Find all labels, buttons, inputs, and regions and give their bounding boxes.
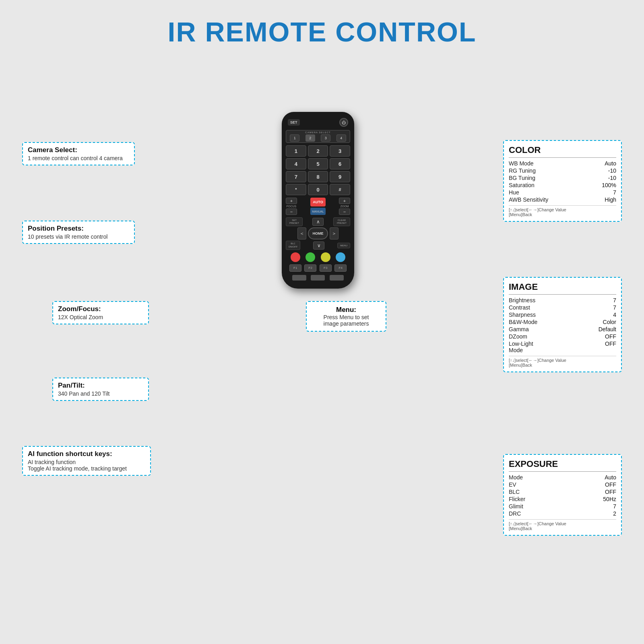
color-awb-key: AWB Sensitivity bbox=[509, 196, 548, 203]
ai-function-annotation: AI function shortcut keys: AI tracking f… bbox=[22, 446, 151, 476]
num-3[interactable]: 3 bbox=[330, 145, 350, 157]
image-row-lowlight: Low-LightMode OFF bbox=[509, 341, 616, 353]
cam-btn-3[interactable]: 3 bbox=[321, 134, 330, 142]
cam-btn-4[interactable]: 4 bbox=[336, 134, 346, 142]
image-contrast-val: 7 bbox=[613, 304, 616, 311]
exposure-blc-key: BLC bbox=[509, 489, 520, 495]
fn-btn-4[interactable]: F4 bbox=[334, 264, 347, 272]
exposure-row-blc: BLC OFF bbox=[509, 489, 616, 495]
menu-button-small[interactable]: MENU bbox=[337, 243, 350, 248]
nav-right-button[interactable]: ＞ bbox=[330, 227, 339, 239]
position-presets-annotation: Position Presets: 10 presets via IR remo… bbox=[22, 221, 135, 244]
auto-manual-group: AUTO MANUAL bbox=[310, 198, 326, 215]
num-0[interactable]: 0 bbox=[308, 184, 328, 195]
clear-preset-button[interactable]: CLEARPRESET bbox=[333, 217, 350, 226]
remote-control: SET ⏻ CAMERA SELECT 1 2 3 4 1 2 3 4 5 6 … bbox=[282, 112, 354, 289]
power-button[interactable]: ⏻ bbox=[339, 118, 348, 127]
power-icon: ⏻ bbox=[342, 120, 346, 125]
image-contrast-key: Contrast bbox=[509, 304, 530, 311]
pan-tilt-annotation: Pan/Tilt: 340 Pan and 120 Tilt bbox=[52, 378, 149, 401]
exposure-panel-title: EXPOSURE bbox=[509, 459, 616, 472]
exposure-row-glimit: Glimit 7 bbox=[509, 503, 616, 510]
exposure-row-flicker: Flicker 50Hz bbox=[509, 496, 616, 502]
color-hue-key: Hue bbox=[509, 189, 519, 196]
num-9[interactable]: 9 bbox=[330, 171, 350, 182]
blc-button[interactable]: BLCON/OFF bbox=[286, 241, 300, 250]
manual-button[interactable]: MANUAL bbox=[310, 208, 326, 215]
image-row-dzoom: DZoom OFF bbox=[509, 333, 616, 340]
color-row-rg-tuning: RG Tuning -10 bbox=[509, 167, 616, 174]
nav-bottom-row: BLCON/OFF ∨ MENU bbox=[286, 241, 350, 250]
exposure-ev-key: EV bbox=[509, 481, 516, 488]
color-rg-tuning-val: -10 bbox=[608, 167, 616, 174]
grey-btn-1[interactable] bbox=[292, 275, 306, 281]
remote-top-row: SET ⏻ bbox=[286, 118, 350, 127]
focus-plus[interactable]: + bbox=[286, 198, 297, 204]
exposure-blc-val: OFF bbox=[605, 489, 616, 495]
camera-select-title: Camera Select: bbox=[28, 146, 129, 154]
color-bg-tuning-key: BG Tuning bbox=[509, 175, 535, 181]
fn-btn-1[interactable]: F1 bbox=[289, 264, 301, 272]
color-panel: COLOR WB Mode Auto RG Tuning -10 BG Tuni… bbox=[503, 140, 622, 222]
grey-btn-2[interactable] bbox=[311, 275, 325, 281]
color-row-bg-tuning: BG Tuning -10 bbox=[509, 175, 616, 181]
cam-btn-2[interactable]: 2 bbox=[305, 134, 315, 142]
fn-btn-2[interactable]: F2 bbox=[304, 264, 316, 272]
color-wb-mode-val: Auto bbox=[605, 160, 616, 167]
zoom-group: + ZOOM − bbox=[339, 198, 350, 215]
auto-button[interactable]: AUTO bbox=[310, 198, 326, 206]
num-1[interactable]: 1 bbox=[286, 145, 306, 157]
nav-middle-row: ＜ HOME ＞ bbox=[286, 227, 350, 239]
cam-btn-1[interactable]: 1 bbox=[290, 134, 299, 142]
image-row-bwmode: B&W-Mode Color bbox=[509, 319, 616, 325]
exposure-flicker-key: Flicker bbox=[509, 496, 525, 502]
image-dzoom-key: DZoom bbox=[509, 333, 527, 340]
nav-down-button[interactable]: ∨ bbox=[313, 242, 324, 250]
nav-left-button[interactable]: ＜ bbox=[297, 227, 306, 239]
num-4[interactable]: 4 bbox=[286, 158, 306, 169]
num-5[interactable]: 5 bbox=[308, 158, 328, 169]
num-star[interactable]: * bbox=[286, 184, 306, 195]
image-row-gamma: Gamma Default bbox=[509, 326, 616, 332]
num-2[interactable]: 2 bbox=[308, 145, 328, 157]
color-hue-val: 7 bbox=[613, 189, 616, 196]
ai-function-title: AI function shortcut keys: bbox=[28, 450, 145, 458]
exposure-ev-val: OFF bbox=[605, 481, 616, 488]
zoom-plus[interactable]: + bbox=[339, 198, 350, 204]
image-row-contrast: Contrast 7 bbox=[509, 304, 616, 311]
focus-minus[interactable]: − bbox=[286, 208, 297, 215]
zoom-focus-title: Zoom/Focus: bbox=[58, 305, 143, 313]
image-sharpness-val: 4 bbox=[613, 312, 616, 318]
zoom-focus-row: + FOCUS − AUTO MANUAL + ZOOM − bbox=[286, 198, 350, 215]
numpad: 1 2 3 4 5 6 7 8 9 * 0 # bbox=[286, 145, 350, 195]
color-btn-blue[interactable] bbox=[336, 252, 345, 262]
fn-btn-3[interactable]: F3 bbox=[320, 264, 332, 272]
exposure-mode-key: Mode bbox=[509, 474, 523, 481]
zoom-focus-annotation: Zoom/Focus: 12X Optical Zoom bbox=[52, 301, 149, 324]
fn-buttons-row: F1 F2 F3 F4 bbox=[286, 264, 350, 272]
num-hash[interactable]: # bbox=[330, 184, 350, 195]
ai-function-desc-1: AI tracking function bbox=[28, 459, 145, 465]
image-row-sharpness: Sharpness 4 bbox=[509, 312, 616, 318]
pan-tilt-title: Pan/Tilt: bbox=[58, 382, 143, 390]
image-panel: IMAGE Brightness 7 Contrast 7 Sharpness … bbox=[503, 277, 622, 372]
num-7[interactable]: 7 bbox=[286, 171, 306, 182]
set-preset-button[interactable]: SETPRESET bbox=[286, 217, 303, 226]
color-btn-red[interactable] bbox=[291, 252, 300, 262]
color-btn-green[interactable] bbox=[305, 252, 315, 262]
exposure-flicker-val: 50Hz bbox=[603, 496, 616, 502]
exposure-panel: EXPOSURE Mode Auto EV OFF BLC OFF Flicke… bbox=[503, 454, 622, 536]
color-row-hue: Hue 7 bbox=[509, 189, 616, 196]
nav-up-button[interactable]: ∧ bbox=[312, 218, 324, 226]
num-8[interactable]: 8 bbox=[308, 171, 328, 182]
zoom-label: ZOOM bbox=[341, 205, 349, 208]
color-rg-tuning-key: RG Tuning bbox=[509, 167, 536, 174]
color-btn-yellow[interactable] bbox=[321, 252, 330, 262]
set-button[interactable]: SET bbox=[288, 119, 300, 126]
num-6[interactable]: 6 bbox=[330, 158, 350, 169]
image-lowlight-val: OFF bbox=[605, 341, 616, 353]
zoom-minus[interactable]: − bbox=[339, 208, 350, 215]
grey-btn-3[interactable] bbox=[330, 275, 344, 281]
color-wb-mode-key: WB Mode bbox=[509, 160, 533, 167]
home-button[interactable]: HOME bbox=[308, 227, 328, 239]
